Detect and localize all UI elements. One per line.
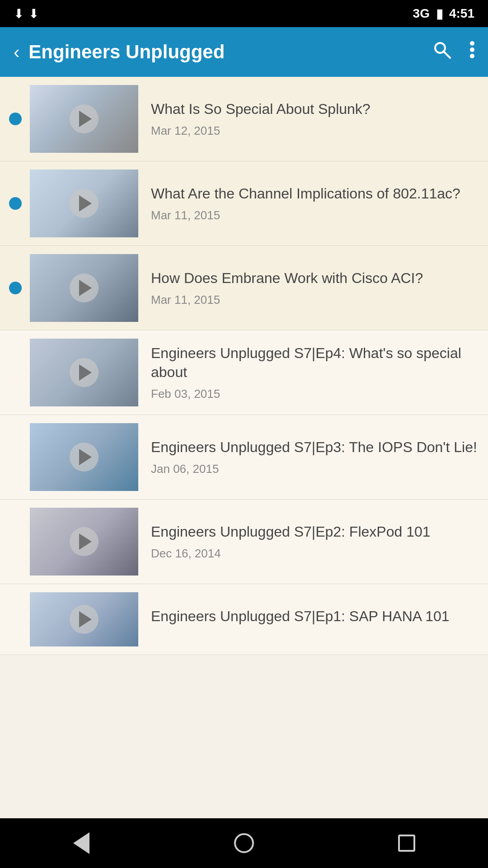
svg-point-2 xyxy=(470,41,474,46)
download-icon-1: ⬇ xyxy=(14,6,24,21)
svg-point-4 xyxy=(470,54,474,58)
unread-dot xyxy=(9,197,22,210)
list-item[interactable]: Engineers Unplugged S7|Ep3: The IOPS Don… xyxy=(0,415,488,500)
play-button[interactable] xyxy=(70,274,99,302)
play-button[interactable] xyxy=(70,443,99,472)
play-icon xyxy=(79,611,92,627)
status-bar: ⬇ ⬇ 3G ▮ 4:51 xyxy=(0,0,488,27)
video-list: What Is So Special About Splunk? Mar 12,… xyxy=(0,77,488,818)
video-title: What Are the Channel Implications of 802… xyxy=(151,184,479,203)
video-info: Engineers Unplugged S7|Ep3: The IOPS Don… xyxy=(151,438,479,476)
list-item[interactable]: How Does Embrane Work with Cisco ACI? Ma… xyxy=(0,246,488,330)
back-button[interactable]: ‹ xyxy=(14,42,19,62)
play-icon xyxy=(79,280,92,296)
video-date: Jan 06, 2015 xyxy=(151,462,479,476)
play-button[interactable] xyxy=(70,104,99,133)
status-bar-left: ⬇ ⬇ xyxy=(14,6,39,21)
list-item[interactable]: Engineers Unplugged S7|Ep2: FlexPod 101 … xyxy=(0,500,488,584)
unread-dot xyxy=(9,113,22,125)
play-icon xyxy=(79,111,92,127)
clock: 4:51 xyxy=(449,6,474,21)
recent-nav-icon xyxy=(398,835,415,852)
video-title: Engineers Unplugged S7|Ep4: What's so sp… xyxy=(151,344,479,382)
video-thumbnail[interactable] xyxy=(30,592,138,646)
app-bar-title: Engineers Unplugged xyxy=(28,41,432,63)
video-thumbnail[interactable] xyxy=(30,254,138,322)
video-title: Engineers Unplugged S7|Ep1: SAP HANA 101 xyxy=(151,607,479,626)
video-thumbnail[interactable] xyxy=(30,508,138,576)
video-title: How Does Embrane Work with Cisco ACI? xyxy=(151,269,479,288)
play-icon xyxy=(79,533,92,550)
video-thumbnail[interactable] xyxy=(30,339,138,406)
bottom-nav xyxy=(0,818,488,868)
svg-point-3 xyxy=(470,47,474,52)
video-date: Feb 03, 2015 xyxy=(151,387,479,401)
video-info: Engineers Unplugged S7|Ep4: What's so sp… xyxy=(151,344,479,401)
video-date: Dec 16, 2014 xyxy=(151,547,479,561)
video-info: Engineers Unplugged S7|Ep1: SAP HANA 101 xyxy=(151,607,479,632)
video-info: What Is So Special About Splunk? Mar 12,… xyxy=(151,100,479,138)
search-button[interactable] xyxy=(432,40,452,64)
list-item[interactable]: Engineers Unplugged S7|Ep4: What's so sp… xyxy=(0,330,488,415)
play-button[interactable] xyxy=(70,527,99,556)
video-title: Engineers Unplugged S7|Ep3: The IOPS Don… xyxy=(151,438,479,457)
play-button[interactable] xyxy=(70,605,99,634)
battery-icon: ▮ xyxy=(436,6,443,21)
more-button[interactable] xyxy=(470,40,474,64)
home-nav-button[interactable] xyxy=(226,825,262,861)
play-icon xyxy=(79,195,92,212)
download-icon-2: ⬇ xyxy=(28,6,39,21)
video-title: Engineers Unplugged S7|Ep2: FlexPod 101 xyxy=(151,523,479,542)
video-date: Mar 11, 2015 xyxy=(151,208,479,222)
back-nav-icon xyxy=(73,832,89,854)
video-thumbnail[interactable] xyxy=(30,423,138,491)
play-icon xyxy=(79,364,92,381)
back-nav-button[interactable] xyxy=(63,825,99,861)
list-item[interactable]: What Are the Channel Implications of 802… xyxy=(0,161,488,246)
video-info: How Does Embrane Work with Cisco ACI? Ma… xyxy=(151,269,479,307)
unread-dot xyxy=(9,282,22,294)
app-bar-icons xyxy=(432,40,474,64)
status-bar-right: 3G ▮ 4:51 xyxy=(413,6,474,21)
video-info: Engineers Unplugged S7|Ep2: FlexPod 101 … xyxy=(151,523,479,561)
list-item[interactable]: Engineers Unplugged S7|Ep1: SAP HANA 101 xyxy=(0,584,488,655)
play-button[interactable] xyxy=(70,358,99,387)
home-nav-icon xyxy=(234,833,254,853)
recent-nav-button[interactable] xyxy=(389,825,425,861)
video-date: Mar 12, 2015 xyxy=(151,124,479,138)
list-item[interactable]: What Is So Special About Splunk? Mar 12,… xyxy=(0,77,488,161)
video-thumbnail[interactable] xyxy=(30,85,138,153)
video-date: Mar 11, 2015 xyxy=(151,293,479,307)
video-title: What Is So Special About Splunk? xyxy=(151,100,479,119)
svg-line-1 xyxy=(444,52,450,58)
video-thumbnail[interactable] xyxy=(30,170,138,237)
play-icon xyxy=(79,449,92,465)
video-info: What Are the Channel Implications of 802… xyxy=(151,184,479,223)
play-button[interactable] xyxy=(70,189,99,218)
app-bar: ‹ Engineers Unplugged xyxy=(0,27,488,77)
network-indicator: 3G xyxy=(413,6,430,21)
